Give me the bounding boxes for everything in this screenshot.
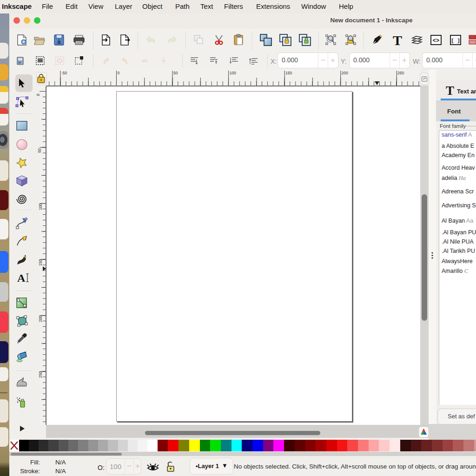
svg-text:T: T: [393, 33, 402, 48]
svg-text:<>: <>: [433, 38, 439, 44]
svg-text:A: A: [17, 272, 26, 284]
svg-text:[ ]: [ ]: [451, 38, 460, 44]
